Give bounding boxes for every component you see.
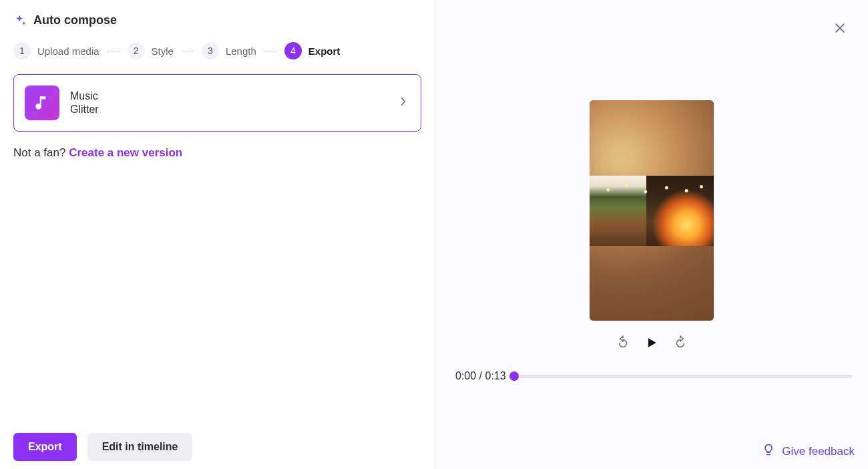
step-number: 4 — [284, 42, 302, 59]
page-title: Auto compose — [33, 13, 117, 27]
step-style[interactable]: 2 Style — [128, 42, 174, 59]
rewind-button[interactable] — [616, 335, 630, 350]
current-time: 0:00 — [455, 370, 476, 381]
step-upload-media[interactable]: 1 Upload media — [13, 42, 99, 59]
step-separator — [182, 51, 194, 51]
step-separator — [107, 51, 120, 51]
not-fan-row: Not a fan? Create a new version — [13, 146, 421, 160]
create-new-version-link[interactable]: Create a new version — [69, 146, 182, 159]
total-time: 0:13 — [485, 370, 505, 381]
edit-in-timeline-button[interactable]: Edit in timeline — [87, 433, 193, 461]
header-row: Auto compose — [13, 13, 421, 27]
give-feedback-button[interactable]: Give feedback — [762, 443, 855, 460]
timeline: 0:00 / 0:13 — [455, 370, 852, 382]
music-name: Glitter — [70, 104, 386, 116]
video-preview[interactable] — [590, 100, 714, 321]
step-number: 3 — [202, 42, 219, 59]
music-card[interactable]: Music Glitter — [13, 74, 421, 132]
chevron-right-icon — [397, 95, 410, 111]
preview-frame — [590, 176, 714, 246]
svg-marker-2 — [648, 338, 656, 347]
play-icon — [645, 336, 658, 349]
rewind-icon — [616, 335, 630, 350]
bottom-bar: Export Edit in timeline — [13, 433, 192, 461]
steps-row: 1 Upload media 2 Style 3 Length 4 Export — [13, 42, 421, 59]
forward-button[interactable] — [673, 335, 688, 350]
time-separator: / — [476, 370, 485, 381]
close-button[interactable] — [831, 19, 849, 37]
forward-icon — [673, 335, 688, 350]
step-label: Upload media — [37, 45, 99, 57]
not-fan-text: Not a fan? — [13, 146, 69, 159]
time-label: 0:00 / 0:13 — [455, 370, 506, 382]
step-number: 1 — [13, 42, 31, 59]
seek-track[interactable] — [514, 375, 852, 378]
step-label: Style — [152, 45, 174, 57]
step-length[interactable]: 3 Length — [202, 42, 256, 59]
sparkle-icon — [13, 14, 27, 27]
step-number: 2 — [128, 42, 145, 59]
export-button[interactable]: Export — [13, 433, 77, 461]
step-label: Length — [226, 45, 256, 57]
right-panel: 0:00 / 0:13 Give feedback — [435, 0, 868, 469]
music-text: Music Glitter — [70, 90, 386, 116]
music-icon — [25, 86, 59, 120]
feedback-label: Give feedback — [782, 445, 855, 458]
player-controls — [616, 335, 688, 350]
music-label: Music — [70, 90, 386, 102]
play-button[interactable] — [645, 336, 658, 349]
lightbulb-icon — [762, 443, 775, 460]
step-label: Export — [308, 45, 341, 57]
step-export[interactable]: 4 Export — [284, 42, 341, 59]
left-panel: Auto compose 1 Upload media 2 Style 3 Le… — [0, 0, 435, 469]
close-icon — [833, 21, 847, 35]
seek-thumb[interactable] — [509, 371, 519, 381]
step-separator — [264, 51, 276, 51]
